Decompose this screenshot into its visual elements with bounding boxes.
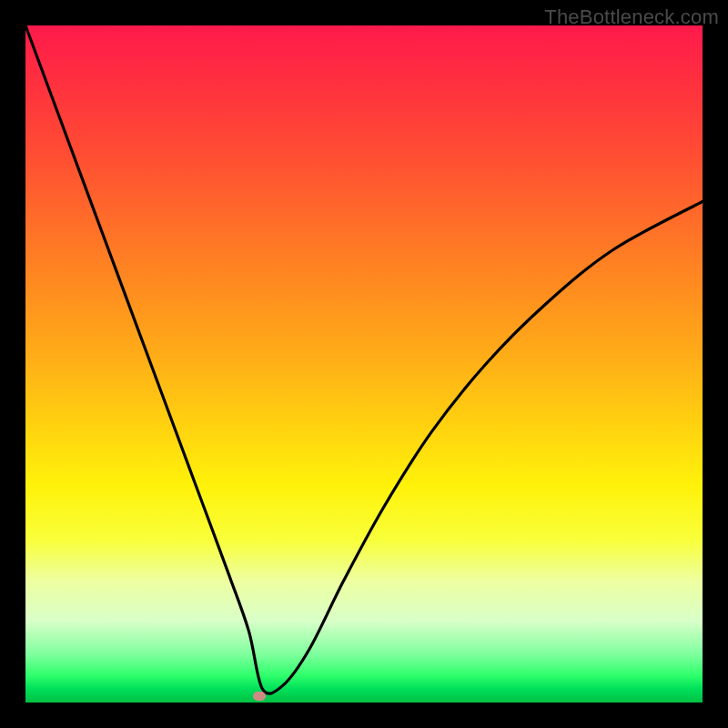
watermark-text: TheBottleneck.com [544,5,719,29]
chart-frame: TheBottleneck.com [0,0,728,728]
plot-area [25,25,703,703]
bottleneck-curve [25,25,703,703]
optimal-point-marker [253,692,266,701]
